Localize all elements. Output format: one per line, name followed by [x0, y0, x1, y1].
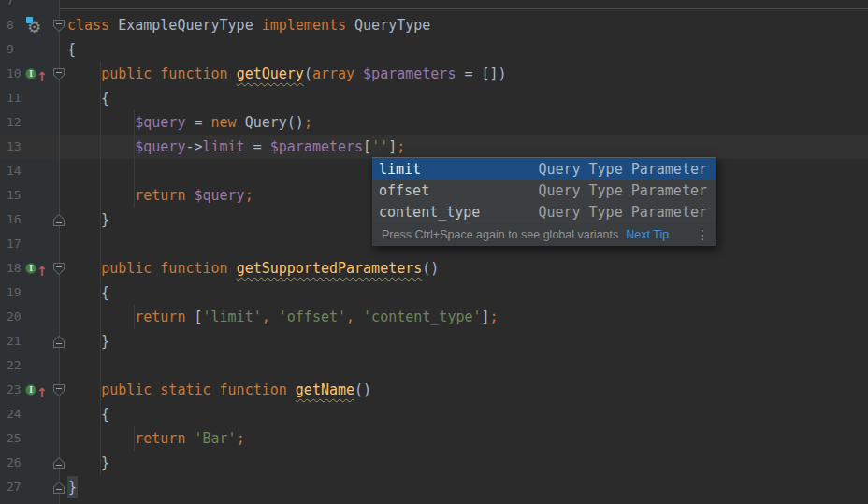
code-token: $query — [194, 187, 244, 204]
fold-collapse-icon[interactable] — [53, 20, 65, 32]
code-line-text[interactable]: return ['limit', 'offset', 'content_type… — [67, 305, 499, 329]
code-line: 13 $query->limit = $parameters['']; — [0, 135, 868, 159]
code-token: return — [135, 309, 194, 325]
line-number[interactable]: 27 — [7, 475, 35, 499]
code-token: } — [67, 333, 109, 350]
line-number[interactable]: 21 — [7, 329, 35, 353]
gear-blue-dot — [26, 17, 33, 23]
fold-end-icon[interactable] — [53, 482, 65, 494]
completion-item-label: limit — [379, 161, 421, 178]
line-number[interactable]: 7 — [7, 0, 35, 13]
code-line-text[interactable]: { — [67, 281, 109, 305]
line-number[interactable]: 16 — [7, 208, 35, 232]
implement-circle: I — [25, 68, 36, 79]
next-tip-link[interactable]: Next Tip — [626, 228, 669, 241]
code-token: ( — [304, 65, 312, 82]
kebab-menu-icon[interactable]: ⋮ — [696, 227, 709, 242]
line-number[interactable]: 13 — [7, 135, 35, 159]
code-token: ; — [304, 114, 312, 131]
code-line-text[interactable]: public function getQuery(array $paramete… — [67, 62, 507, 86]
code-token: = — [185, 114, 210, 131]
code-token: () — [422, 260, 439, 277]
code-token: QueryType — [354, 17, 430, 34]
code-token: array — [312, 65, 354, 82]
completion-hint-bar: Press Ctrl+Space again to see global var… — [372, 223, 716, 246]
code-token: limit — [203, 138, 245, 155]
code-token: = []) — [456, 65, 506, 82]
line-number[interactable]: 14 — [7, 159, 35, 183]
code-token: '' — [371, 138, 388, 155]
code-line-text[interactable]: { — [67, 37, 76, 62]
code-line-text[interactable]: $query->limit = $parameters['']; — [67, 135, 405, 159]
code-token: 'offset' — [279, 309, 346, 325]
fold-end-icon[interactable] — [53, 214, 65, 226]
code-token — [67, 430, 135, 447]
code-token: , — [262, 309, 270, 325]
code-line-text[interactable]: { — [67, 86, 109, 110]
code-token: = — [245, 138, 270, 155]
completion-item-type: Query Type Parameter — [538, 182, 707, 199]
completion-item-limit[interactable]: limitQuery Type Parameter — [372, 158, 716, 180]
code-token: [ — [194, 309, 202, 325]
code-token: return — [135, 187, 194, 204]
line-number[interactable]: 24 — [7, 402, 35, 426]
fold-collapse-icon[interactable] — [53, 263, 65, 275]
code-line: 22 — [0, 353, 868, 378]
code-line-text[interactable]: public static function getName() — [67, 378, 371, 402]
line-number[interactable]: 17 — [7, 232, 35, 256]
code-line-text[interactable]: } — [67, 451, 109, 475]
code-token: class — [67, 17, 118, 34]
code-line-text[interactable]: public function getSupportedParameters() — [67, 256, 439, 281]
completion-item-content_type[interactable]: content_typeQuery Type Parameter — [372, 201, 716, 223]
line-number[interactable]: 15 — [7, 183, 35, 208]
code-token — [67, 382, 101, 398]
code-line-text[interactable]: class ExampleQueryType implements QueryT… — [67, 13, 430, 37]
code-token — [270, 309, 279, 325]
code-token: } — [67, 211, 109, 228]
line-number[interactable]: 11 — [7, 86, 35, 110]
code-line-text[interactable]: { — [67, 402, 109, 426]
code-token: $query — [135, 138, 185, 155]
code-token — [354, 65, 363, 82]
code-token — [67, 260, 101, 277]
code-line-text[interactable]: } — [67, 329, 109, 353]
fold-end-icon[interactable] — [53, 336, 65, 348]
code-line-text[interactable]: $query = new Query(); — [67, 110, 312, 135]
code-token: ; — [397, 138, 405, 155]
code-token: ] — [482, 309, 490, 325]
code-line-text[interactable]: return $query; — [67, 183, 253, 208]
code-token — [67, 65, 101, 82]
implement-icon[interactable]: I↑ — [25, 67, 46, 82]
code-token: 'limit' — [203, 309, 262, 325]
code-token: , — [346, 309, 354, 325]
code-token — [67, 138, 135, 155]
code-token: } — [67, 476, 78, 498]
line-number[interactable]: 19 — [7, 281, 35, 305]
code-line-text[interactable]: return 'Bar'; — [67, 426, 245, 451]
fold-collapse-icon[interactable] — [53, 384, 65, 396]
code-line: 11 { — [0, 86, 868, 110]
code-line: 25 return 'Bar'; — [0, 426, 868, 451]
line-number[interactable]: 9 — [7, 37, 35, 62]
code-editor[interactable]: 78⚙class ExampleQueryType implements Que… — [0, 0, 868, 504]
line-number[interactable]: 20 — [7, 305, 35, 329]
fold-end-icon[interactable] — [53, 457, 65, 469]
gear-icon[interactable]: ⚙ — [26, 16, 45, 35]
line-number[interactable]: 22 — [7, 353, 35, 378]
code-token: () — [354, 382, 371, 398]
code-line-text[interactable]: } — [67, 208, 109, 232]
line-number[interactable]: 25 — [7, 426, 35, 451]
line-number[interactable]: 26 — [7, 451, 35, 475]
fold-collapse-icon[interactable] — [53, 68, 65, 80]
code-line-text[interactable]: } — [67, 475, 78, 499]
code-token: ; — [490, 309, 499, 325]
code-line: 7 — [0, 0, 868, 13]
completion-item-offset[interactable]: offsetQuery Type Parameter — [372, 180, 716, 201]
code-line: 24 { — [0, 402, 868, 426]
code-token: public function — [101, 260, 237, 277]
implement-icon[interactable]: I↑ — [25, 383, 46, 398]
implement-icon[interactable]: I↑ — [25, 262, 46, 277]
line-number[interactable]: 12 — [7, 110, 35, 135]
code-token: ; — [245, 187, 253, 204]
code-token: } — [67, 454, 109, 471]
